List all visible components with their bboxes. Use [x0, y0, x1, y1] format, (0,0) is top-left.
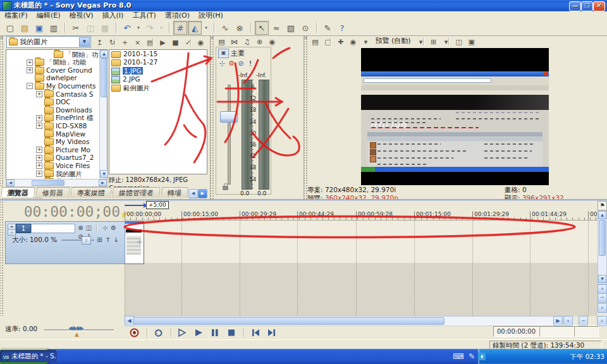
menu-item[interactable]: 檢視(V) [64, 11, 97, 20]
open-button[interactable]: ▤ [18, 21, 32, 35]
track-lane[interactable] [125, 221, 598, 264]
video-output-fx-button[interactable]: ✚ [334, 36, 346, 47]
refresh-button[interactable]: ↻ [106, 37, 118, 48]
tree-horizontal-scrollbar[interactable]: ◀ ▶ [6, 179, 107, 187]
overlays-dropdown[interactable]: ▾ [440, 36, 452, 47]
media-properties-button[interactable]: ▤ [144, 37, 156, 48]
tree-toggle[interactable]: + [36, 171, 42, 177]
track-move-up-button[interactable]: ↑ [104, 235, 112, 244]
bus-dock-icon[interactable]: ▣ [218, 49, 229, 58]
new-project-button[interactable]: ▢ [3, 21, 17, 35]
menu-item[interactable]: 選項(O) [161, 11, 194, 20]
cut-button[interactable]: ✂ [69, 21, 83, 35]
bus-mute-button[interactable]: ⊘ [236, 59, 245, 68]
video-event-clip[interactable]: ⊹ [125, 221, 144, 264]
track-fx-button[interactable]: ⚙ [109, 223, 118, 232]
envelope-edit-tool-button[interactable]: ≈ [269, 21, 283, 35]
tree-item[interactable]: My Videos [6, 138, 107, 146]
external-monitor-button[interactable]: ▢ [322, 36, 334, 47]
panel-close-icon[interactable]: ✕ [211, 35, 215, 40]
tree-vertical-scrollbar[interactable]: ▲ ▼ [99, 50, 107, 178]
menu-item[interactable]: 說明(H) [194, 11, 228, 20]
file-item[interactable]: 2010-1-15 [109, 50, 207, 58]
tree-toggle[interactable]: + [27, 67, 33, 73]
preview-quality-label[interactable]: 預覽 (自動) [374, 35, 412, 47]
new-folder-button[interactable]: + [119, 37, 131, 48]
scroll-right-icon[interactable]: ▶ [99, 179, 107, 186]
insert-bus-button[interactable]: ⋈ [228, 36, 240, 47]
tree-toggle[interactable]: + [36, 155, 42, 161]
insert-input-bus-button[interactable]: ⊕ [254, 36, 266, 47]
scroll-down-icon[interactable]: ▼ [100, 170, 108, 178]
split-screen-dropdown[interactable]: ▾ [360, 36, 372, 47]
track-composite-child-button[interactable]: ⊞ [95, 235, 104, 244]
language-pen-icon[interactable]: ✎ [469, 352, 475, 361]
tree-item[interactable]: Downloads [6, 106, 107, 114]
tree-item[interactable]: +「開始」功能 [6, 58, 107, 66]
selection-start-field[interactable]: 00:00:00;00 [493, 326, 539, 337]
scroll-thumb[interactable] [133, 317, 445, 325]
dock-tab[interactable]: 瀏覽器 [1, 187, 35, 198]
menu-item[interactable]: 插入(I) [98, 11, 128, 20]
go-to-end-button[interactable] [265, 327, 279, 339]
fader-lock-icon[interactable] [223, 186, 228, 190]
enable-snapping-button[interactable]: # [173, 21, 187, 35]
file-item[interactable]: 1.JPG [109, 67, 207, 75]
paste-button[interactable]: ▦ [98, 21, 112, 35]
master-fader-handle[interactable] [220, 111, 238, 123]
address-combo[interactable]: 我的圖片 ▼ [6, 36, 91, 48]
start-preview-button[interactable]: ▶ [157, 37, 169, 48]
track-number[interactable]: 1 [16, 224, 31, 233]
stop-preview-button[interactable]: ■ [169, 37, 181, 48]
redo-dropdown[interactable]: ▾ [157, 21, 165, 35]
marker-tool-button[interactable]: ⚑ [598, 201, 607, 210]
loop-region-indicator[interactable] [125, 205, 144, 206]
shuttle-knob[interactable]: ◀◆◆▶ [68, 325, 83, 331]
track-height-zoom-in-button[interactable]: ＋ [598, 284, 607, 294]
auto-preview-button[interactable]: ✓ [182, 37, 194, 48]
tree-toggle[interactable]: + [36, 91, 42, 97]
master-fader-rail[interactable] [228, 85, 231, 185]
track-name-field[interactable] [31, 224, 75, 233]
dock-tab[interactable]: 修剪器 [35, 187, 70, 198]
timeline-vertical-scrollbar[interactable]: ▲ ▼ [598, 210, 607, 284]
selection-length-field[interactable] [574, 326, 599, 337]
tree-toggle[interactable]: + [36, 162, 42, 169]
pause-button[interactable] [208, 327, 222, 339]
scroll-left-icon[interactable]: ◀ [6, 179, 15, 186]
scroll-up-icon[interactable]: ▲ [598, 211, 606, 219]
combo-dropdown-icon[interactable]: ▼ [79, 37, 90, 47]
panel-grip[interactable]: ✕ [0, 35, 4, 187]
scroll-down-icon[interactable]: ▼ [598, 275, 606, 283]
tab-scroll-right-button[interactable]: ▶ [198, 189, 207, 198]
auto-ripple-button[interactable]: ◭ [188, 21, 202, 35]
tree-item[interactable]: −My Documents [6, 82, 107, 90]
redo-button[interactable]: ↷ [143, 21, 157, 35]
file-item[interactable]: 2010-1-27 [109, 58, 207, 66]
up-one-level-button[interactable]: ↥ [94, 37, 106, 48]
download-media-button[interactable]: ◉ [195, 37, 207, 48]
panel-grip[interactable]: ✕ [304, 35, 309, 199]
paint-tool-button[interactable]: ✎ [321, 21, 334, 35]
preview-properties-button[interactable]: ▤ [309, 36, 321, 47]
tray-volume-icon[interactable]: ◖ [478, 353, 486, 360]
save-snapshot-button[interactable]: ▣ [465, 36, 477, 47]
close-button[interactable]: ✕ [593, 1, 605, 11]
loop-playback-button[interactable] [152, 327, 166, 339]
copy-snapshot-button[interactable]: ◫ [453, 36, 465, 47]
copy-button[interactable]: ◫ [83, 21, 97, 35]
panel-close-icon[interactable]: ✕ [304, 35, 309, 40]
tree-item[interactable]: +Cover Ground [6, 66, 107, 74]
dock-tab[interactable]: 媒體管理者 [112, 187, 161, 198]
menu-item[interactable]: 工具(T) [128, 11, 160, 20]
zoom-tool-button[interactable]: ⌕ [598, 303, 607, 313]
selection-edit-tool-button[interactable]: ▧ [284, 21, 298, 35]
menu-item[interactable]: 編輯(E) [32, 11, 65, 20]
tree-item[interactable]: +ICD-SX88 [6, 121, 107, 130]
track-bypass-fx-button[interactable]: ⊗ [77, 223, 85, 232]
stop-button[interactable] [224, 327, 238, 339]
clip-fx-icon[interactable]: ⊹ [137, 238, 142, 245]
menu-item[interactable]: 檔案(F) [0, 11, 32, 20]
panel-close-icon[interactable]: ✕ [0, 35, 4, 40]
ignore-event-grouping-button[interactable]: ⊗ [233, 21, 247, 35]
